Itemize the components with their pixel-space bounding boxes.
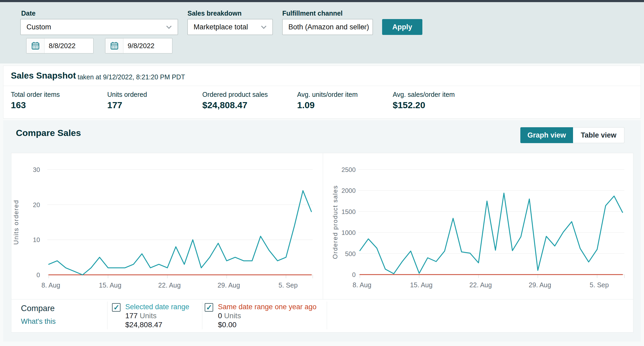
legend-selected-date-range: Selected date range 177 Units $24,808.47: [112, 303, 189, 329]
compare-sales-title: Compare Sales: [16, 128, 81, 138]
svg-text:Ordered product sales: Ordered product sales: [332, 185, 339, 259]
svg-text:1000: 1000: [342, 229, 356, 236]
calendar-icon: [110, 41, 119, 51]
legend-series-name: Selected date range: [125, 303, 189, 311]
svg-text:22. Aug: 22. Aug: [469, 281, 492, 289]
table-view-button[interactable]: Table view: [573, 127, 624, 143]
snapshot-timestamp: taken at 9/12/2022, 8:21:20 PM PDT: [78, 73, 185, 81]
svg-text:30: 30: [33, 166, 40, 173]
svg-text:0: 0: [37, 271, 40, 279]
sales-breakdown-label: Sales breakdown: [187, 10, 241, 17]
metric-total-order-items: Total order items 163: [11, 91, 60, 110]
charts-area: 01020308. Aug15. Aug22. Aug29. Aug5. Sep…: [11, 153, 633, 299]
metric-ordered-product-sales: Ordered product sales $24,808.47: [202, 91, 268, 110]
start-date-calendar-button[interactable]: [26, 38, 44, 53]
legend-amount: $24,808.47: [125, 320, 189, 329]
year-ago-checkbox[interactable]: [205, 303, 213, 312]
svg-text:2000: 2000: [342, 187, 356, 194]
ordered-product-sales-chart: 050010001500200025008. Aug15. Aug22. Aug…: [323, 153, 633, 299]
svg-text:5. Sep: 5. Sep: [590, 281, 609, 289]
compare-legend-row: Compare What's this Selected date range …: [11, 299, 633, 332]
svg-text:5. Sep: 5. Sep: [279, 281, 298, 289]
legend-units: 0 Units: [218, 311, 316, 320]
chevron-down-icon: [166, 24, 172, 29]
svg-text:Units ordered: Units ordered: [12, 200, 20, 245]
svg-text:0: 0: [352, 271, 356, 278]
graph-view-button[interactable]: Graph view: [520, 127, 573, 143]
whats-this-link[interactable]: What's this: [21, 317, 56, 326]
view-toggle: Graph view Table view: [520, 127, 624, 143]
compare-heading: Compare: [21, 304, 55, 313]
sales-breakdown-dropdown[interactable]: Marketplace total: [187, 19, 273, 35]
line-chart-svg: 01020308. Aug15. Aug22. Aug29. Aug5. Sep…: [11, 153, 323, 299]
svg-text:500: 500: [345, 250, 356, 257]
legend-amount: $0.00: [218, 320, 316, 329]
legend-series-name: Same date range one year ago: [218, 303, 316, 311]
svg-text:15. Aug: 15. Aug: [410, 281, 433, 289]
line-chart-svg: 050010001500200025008. Aug15. Aug22. Aug…: [323, 153, 633, 299]
charts-panel: 01020308. Aug15. Aug22. Aug29. Aug5. Sep…: [11, 153, 633, 333]
calendar-icon: [31, 41, 40, 51]
sales-snapshot-card: Sales Snapshot taken at 9/12/2022, 8:21:…: [3, 66, 641, 119]
filter-bar: Date Custom 8/8/2022: [0, 2, 644, 63]
chevron-down-icon: [261, 24, 266, 29]
svg-text:15. Aug: 15. Aug: [99, 281, 122, 289]
svg-text:8. Aug: 8. Aug: [42, 281, 60, 289]
fulfillment-channel-label: Fulfillment channel: [282, 10, 343, 17]
apply-button[interactable]: Apply: [382, 19, 422, 35]
end-date-calendar-button[interactable]: [105, 38, 123, 53]
svg-text:20: 20: [33, 201, 40, 208]
svg-text:2500: 2500: [342, 166, 356, 173]
svg-text:22. Aug: 22. Aug: [158, 281, 181, 289]
start-date-value[interactable]: 8/8/2022: [44, 42, 93, 50]
date-range-dropdown[interactable]: Custom: [20, 19, 178, 35]
legend-units: 177 Units: [125, 311, 189, 320]
sales-breakdown-value: Marketplace total: [194, 23, 248, 31]
top-window-edge: [0, 0, 644, 2]
legend-year-ago: Same date range one year ago 0 Units $0.…: [205, 303, 316, 329]
start-date-input[interactable]: 8/8/2022: [26, 38, 93, 53]
divider: [202, 302, 202, 329]
svg-text:29. Aug: 29. Aug: [529, 281, 551, 289]
compare-sales-section: Compare Sales Graph view Table view 0102…: [3, 120, 641, 342]
selected-date-range-checkbox[interactable]: [112, 303, 120, 312]
metric-units-ordered: Units ordered 177: [107, 91, 147, 110]
metric-avg-units-order-item: Avg. units/order item 1.09: [297, 91, 358, 110]
date-range-dropdown-value: Custom: [26, 23, 51, 31]
units-ordered-chart: 01020308. Aug15. Aug22. Aug29. Aug5. Sep…: [11, 153, 323, 299]
sales-snapshot-title: Sales Snapshot: [11, 71, 76, 81]
divider: [107, 302, 108, 329]
divider: [327, 302, 327, 329]
date-filter-label: Date: [21, 10, 35, 17]
svg-text:10: 10: [33, 236, 40, 243]
svg-text:29. Aug: 29. Aug: [218, 281, 240, 289]
fulfillment-channel-value: Both (Amazon and seller): [288, 23, 369, 31]
end-date-input[interactable]: 9/8/2022: [105, 38, 172, 53]
svg-text:1500: 1500: [342, 208, 356, 215]
metric-avg-sales-order-item: Avg. sales/order item $152.20: [393, 91, 455, 110]
end-date-value[interactable]: 9/8/2022: [123, 42, 172, 50]
fulfillment-channel-dropdown[interactable]: Both (Amazon and seller): [282, 19, 373, 35]
divider: [3, 86, 641, 86]
svg-text:8. Aug: 8. Aug: [353, 281, 372, 289]
